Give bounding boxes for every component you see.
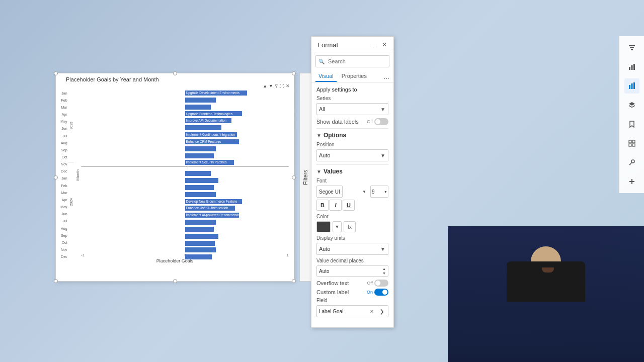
bar-row-2024-nov <box>81 247 289 253</box>
svg-rect-1 <box>630 47 634 48</box>
tab-visual[interactable]: Visual <box>315 70 337 82</box>
italic-button[interactable]: I <box>330 200 342 211</box>
bar-label-7: Enhance CRM Features <box>186 139 221 144</box>
bar-row-2023-aug: Enhance CRM Features <box>81 138 289 145</box>
field-expand-btn[interactable]: ❯ <box>378 307 386 315</box>
panel-body: Apply settings to Series All ▼ Show data… <box>311 82 393 327</box>
resize-handle-tc[interactable] <box>173 71 177 75</box>
resize-handle-tr[interactable] <box>292 71 296 75</box>
svg-rect-8 <box>633 82 635 89</box>
chart-toolbar-filter[interactable]: ⊽ <box>275 83 278 88</box>
filters-panel[interactable]: Filters <box>299 73 311 282</box>
series-label: Series <box>316 96 388 101</box>
bar-row-2024-jan <box>81 177 289 184</box>
format-title: Format <box>317 41 338 49</box>
options-section-label: Options <box>324 132 346 139</box>
bar-row-2023-jan: Upgrade Development Environments <box>81 90 289 97</box>
tab-properties[interactable]: Properties <box>339 70 370 82</box>
person-beard <box>542 267 554 273</box>
bar-fill-19 <box>185 227 214 232</box>
search-input[interactable] <box>315 55 389 67</box>
series-dropdown-wrapper: All ▼ <box>316 103 388 115</box>
sidebar-icon-layers[interactable] <box>624 98 639 113</box>
display-units-wrapper: Auto ▼ <box>316 243 388 255</box>
decimal-value: Auto <box>319 268 382 274</box>
sidebar-icon-grid[interactable] <box>624 136 639 151</box>
svg-rect-0 <box>629 45 635 46</box>
divider-1 <box>316 128 388 129</box>
options-chevron: ▼ <box>316 133 321 138</box>
font-dropdown[interactable]: Segoe UI <box>316 186 343 198</box>
svg-rect-2 <box>631 49 633 50</box>
year-label-2024: 2024 <box>69 198 73 206</box>
fx-button[interactable]: fx <box>344 221 356 232</box>
series-dropdown[interactable]: All <box>316 103 388 115</box>
font-size-dropdown[interactable]: 9 <box>370 186 388 198</box>
field-clear-btn[interactable]: ✕ <box>368 307 376 315</box>
y-label-2024-apr: Apr <box>58 197 68 203</box>
show-data-labels-toggle[interactable]: Off <box>367 118 388 125</box>
bar-row-2024-sep <box>81 233 289 239</box>
bar-label-0: Upgrade Development Environments <box>186 90 240 96</box>
font-dropdown-arrow: ▼ <box>362 190 366 194</box>
close-icon[interactable]: ✕ <box>380 41 388 49</box>
bar-fill-14 <box>185 192 216 197</box>
resize-handle-tl[interactable] <box>54 71 58 75</box>
sidebar-icon-chart[interactable] <box>624 59 639 74</box>
bar-row-2024-apr: Develop New E-commerce Feature <box>81 198 289 205</box>
values-section-header[interactable]: ▼ Values <box>316 168 388 175</box>
font-row: Segoe UI ▼ 9 ▼ <box>316 186 388 198</box>
y-label-2024-feb: Feb <box>58 183 68 189</box>
sidebar-icon-key[interactable] <box>624 155 639 170</box>
overflow-toggle-track[interactable] <box>374 280 388 287</box>
bar-fill-22 <box>185 247 216 252</box>
position-dropdown[interactable]: Auto <box>316 149 388 161</box>
underline-button[interactable]: U <box>343 200 355 211</box>
svg-rect-7 <box>631 83 632 89</box>
y-label-2024-nov: Nov <box>58 247 68 253</box>
webcam-overlay <box>448 226 644 362</box>
options-section-header[interactable]: ▼ Options <box>316 132 388 139</box>
color-swatch[interactable] <box>316 221 331 232</box>
resize-handle-br[interactable] <box>292 279 296 283</box>
custom-toggle-track[interactable] <box>374 289 388 296</box>
svg-rect-9 <box>629 140 631 143</box>
tab-more[interactable]: ... <box>383 72 389 80</box>
custom-label-toggle[interactable]: On <box>367 289 388 296</box>
decimal-down[interactable]: ▼ <box>382 271 386 276</box>
bars-area: Upgrade Development EnvironmentsUpgrade … <box>81 89 294 260</box>
color-dropdown-btn[interactable]: ▼ <box>333 221 342 232</box>
toggle-thumb <box>375 119 380 124</box>
sidebar-icon-bookmark[interactable] <box>624 117 639 132</box>
custom-label-label: Custom label <box>316 289 349 295</box>
year-label-2023: 2023 <box>69 122 73 130</box>
resize-handle-bl[interactable] <box>54 279 58 283</box>
y-label-2023-dec: Dec <box>58 168 68 174</box>
chart-toolbar-expand[interactable]: ⛶ <box>280 83 284 88</box>
bar-label-10: Implement Security Patches <box>186 160 227 165</box>
display-units-dropdown[interactable]: Auto <box>316 243 388 255</box>
search-box: 🔍 <box>315 55 389 67</box>
chart-toolbar-close[interactable]: ✕ <box>286 83 290 88</box>
sidebar-icon-plus[interactable] <box>624 174 639 189</box>
y-label-2024-sep: Sep <box>58 232 68 238</box>
svg-rect-5 <box>633 64 635 70</box>
toggle-track-off[interactable] <box>374 118 388 125</box>
bold-button[interactable]: B <box>316 200 329 211</box>
bar-fill-12 <box>185 178 218 183</box>
overflow-text-toggle[interactable]: Off <box>367 280 388 287</box>
chart-toolbar-up[interactable]: ▲ <box>263 83 267 88</box>
sidebar-icon-filter[interactable] <box>624 40 639 55</box>
chart-toolbar-down[interactable]: ▼ <box>269 83 273 88</box>
sidebar-icon-active-chart[interactable] <box>624 78 639 94</box>
resize-handle-bc[interactable] <box>173 279 177 283</box>
minimize-icon[interactable]: – <box>369 41 377 49</box>
y-label-2023-oct: Oct <box>58 154 68 160</box>
bar-row-2023-feb <box>81 97 289 103</box>
format-header: Format – ✕ <box>311 37 393 52</box>
field-label: Field <box>316 298 388 303</box>
bar-row-2024-jul <box>81 219 289 226</box>
decimal-up[interactable]: ▲ <box>382 266 386 271</box>
bar-row-2024-aug <box>81 226 289 232</box>
custom-label-row: Custom label On <box>316 289 388 296</box>
